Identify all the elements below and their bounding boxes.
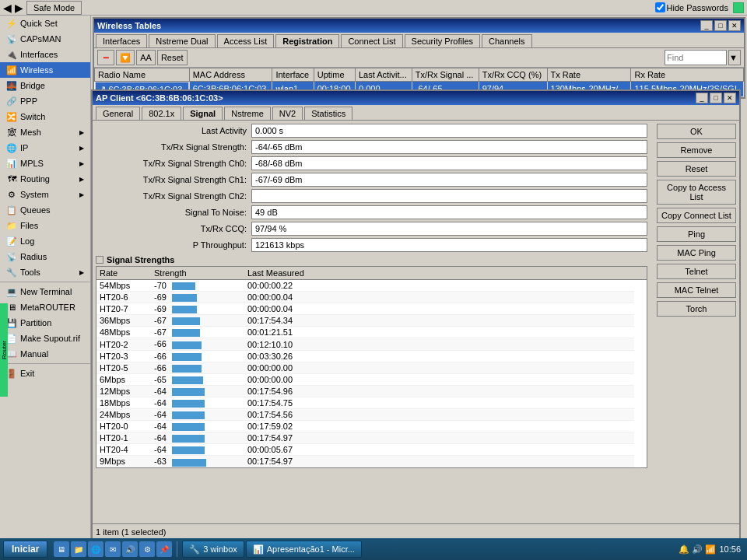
signal-table-row[interactable]: HT20-4 -64 00:00:05.67 bbox=[96, 444, 647, 456]
ap-tab-802-1x[interactable]: 802.1x bbox=[142, 107, 181, 120]
sidebar-item-wireless[interactable]: 📶 Wireless bbox=[0, 62, 90, 78]
telnet-button[interactable]: Telnet bbox=[657, 264, 736, 279]
sidebar-item-interfaces[interactable]: 🔌 Interfaces bbox=[0, 47, 90, 62]
ok-button[interactable]: OK bbox=[657, 124, 736, 139]
ap-tab-signal[interactable]: Signal bbox=[183, 107, 223, 120]
sidebar-item-exit[interactable]: 🚪 Exit bbox=[0, 366, 90, 381]
taskbar-icon-6[interactable]: ⚙ bbox=[139, 541, 155, 557]
sidebar-item-log[interactable]: 📝 Log bbox=[0, 233, 90, 249]
col-radio-name[interactable]: Radio Name bbox=[95, 68, 190, 82]
taskbar-divider bbox=[177, 541, 177, 557]
ping-button[interactable]: Ping bbox=[657, 226, 736, 242]
ap-tab-nstreme[interactable]: Nstreme bbox=[224, 107, 271, 120]
tab-interfaces[interactable]: Interfaces bbox=[96, 34, 147, 47]
signal-table-row[interactable]: 36Mbps -67 00:17:54.34 bbox=[96, 315, 647, 327]
col-tx-rate[interactable]: Tx Rate bbox=[547, 68, 631, 82]
taskbar-program-presentation[interactable]: 📊 Apresentação1 - Micr... bbox=[246, 541, 362, 558]
hide-passwords-checkbox[interactable] bbox=[655, 2, 665, 12]
taskbar-icon-1[interactable]: 🖥 bbox=[54, 541, 69, 557]
ap-tab-statistics[interactable]: Statistics bbox=[304, 107, 352, 120]
reset-button[interactable]: Reset bbox=[657, 161, 736, 177]
remove-button-wt[interactable]: − bbox=[97, 50, 114, 65]
mac-telnet-button[interactable]: MAC Telnet bbox=[657, 282, 736, 298]
sidebar-item-manual[interactable]: 📖 Manual bbox=[0, 346, 90, 362]
torch-button[interactable]: Torch bbox=[657, 301, 736, 317]
taskbar-icon-7[interactable]: 📌 bbox=[156, 541, 172, 557]
taskbar-icon-2[interactable]: 📁 bbox=[71, 541, 86, 557]
col-ccq[interactable]: Tx/Rx CCQ (%) bbox=[479, 68, 547, 82]
copy-connect-list-button[interactable]: Copy Connect List bbox=[657, 208, 736, 223]
copy-to-access-list-button[interactable]: Copy to Access List bbox=[657, 180, 736, 205]
col-rx-rate[interactable]: Rx Rate bbox=[631, 68, 744, 82]
sidebar-item-partition[interactable]: 💾 Partition bbox=[0, 315, 90, 331]
signal-table-row[interactable]: HT20-7 -69 00:00:00.04 bbox=[96, 303, 647, 315]
remove-button[interactable]: Remove bbox=[657, 142, 736, 158]
ap-tab-general[interactable]: General bbox=[96, 107, 140, 120]
sidebar-item-bridge[interactable]: 🌉 Bridge bbox=[0, 78, 90, 93]
signal-table-container[interactable]: Rate Strength Last Measured 54Mbps -70 0 bbox=[96, 266, 647, 468]
wireless-tables-tabs: Interfaces Nstreme Dual Access List Regi… bbox=[94, 33, 744, 48]
sidebar-item-mpls[interactable]: 📊 MPLS ▶ bbox=[0, 156, 90, 171]
sidebar-item-mesh[interactable]: 🕸 Mesh ▶ bbox=[0, 124, 90, 140]
signal-table-row[interactable]: HT20-1 -64 00:17:54.97 bbox=[96, 432, 647, 444]
sidebar-item-make-supout[interactable]: 📄 Make Supout.rif bbox=[0, 331, 90, 346]
sidebar-item-ppp[interactable]: 🔗 PPP bbox=[0, 93, 90, 109]
mac-ping-button[interactable]: MAC Ping bbox=[657, 245, 736, 261]
sidebar-item-radius[interactable]: 📡 Radius bbox=[0, 249, 90, 264]
search-input[interactable] bbox=[665, 50, 727, 65]
sidebar-item-switch[interactable]: 🔀 Switch bbox=[0, 109, 90, 124]
sidebar-item-metarouter[interactable]: 🖥 MetaROUTER bbox=[0, 299, 90, 315]
sig-cell-last: 00:00:00.22 bbox=[244, 280, 634, 292]
close-button[interactable]: ✕ bbox=[728, 20, 741, 31]
taskbar-icon-4[interactable]: ✉ bbox=[105, 541, 121, 557]
signal-table-row[interactable]: 48Mbps -67 00:01:21.51 bbox=[96, 327, 647, 338]
signal-table-row[interactable]: 24Mbps -64 00:17:54.56 bbox=[96, 409, 647, 421]
sidebar-item-ip[interactable]: 🌐 IP ▶ bbox=[0, 140, 90, 156]
aa-button[interactable]: AA bbox=[136, 50, 156, 65]
sidebar-item-routing[interactable]: 🗺 Routing ▶ bbox=[0, 171, 90, 187]
sidebar-item-capsman[interactable]: 📡 CAPsMAN bbox=[0, 31, 90, 47]
sidebar-item-files[interactable]: 📁 Files bbox=[0, 218, 90, 233]
sidebar-item-new-terminal[interactable]: 💻 New Terminal bbox=[0, 284, 90, 299]
signal-table-row[interactable]: HT20-3 -66 00:03:30.26 bbox=[96, 350, 647, 362]
ap-tab-nv2[interactable]: NV2 bbox=[272, 107, 303, 120]
col-uptime[interactable]: Uptime bbox=[314, 68, 355, 82]
col-last-activity[interactable]: Last Activit... bbox=[355, 68, 412, 82]
minimize-button[interactable]: _ bbox=[700, 20, 713, 31]
filter-button[interactable]: 🔽 bbox=[116, 50, 135, 65]
start-button[interactable]: Iniciar bbox=[3, 541, 47, 558]
safe-mode-button[interactable]: Safe Mode bbox=[26, 1, 82, 15]
col-signal[interactable]: Tx/Rx Signal ... bbox=[412, 68, 479, 82]
tab-nstreme-dual[interactable]: Nstreme Dual bbox=[149, 34, 215, 47]
sidebar-item-system[interactable]: ⚙ System ▶ bbox=[0, 187, 90, 202]
signal-table-row[interactable]: HT20-5 -66 00:00:00.00 bbox=[96, 362, 647, 373]
search-dropdown-button[interactable]: ▼ bbox=[728, 50, 741, 65]
signal-table-row[interactable]: 6Mbps -65 00:00:00.00 bbox=[96, 373, 647, 385]
quickset-icon: ⚡ bbox=[6, 18, 17, 29]
tab-connect-list[interactable]: Connect List bbox=[341, 34, 402, 47]
col-mac-address[interactable]: MAC Address bbox=[189, 68, 272, 82]
sidebar-item-quickset[interactable]: ⚡ Quick Set bbox=[0, 16, 90, 31]
ap-close-button[interactable]: ✕ bbox=[724, 93, 736, 103]
sidebar-item-queues[interactable]: 📋 Queues bbox=[0, 202, 90, 218]
signal-table-row[interactable]: HT20-2 -66 00:12:10.10 bbox=[96, 338, 647, 350]
signal-table-row[interactable]: HT20-0 -64 00:17:59.02 bbox=[96, 421, 647, 432]
taskbar-icon-3[interactable]: 🌐 bbox=[88, 541, 103, 557]
ap-maximize-button[interactable]: □ bbox=[710, 93, 722, 103]
sidebar-item-tools[interactable]: 🔧 Tools ▶ bbox=[0, 264, 90, 280]
reset-button-wt[interactable]: Reset bbox=[157, 50, 188, 65]
signal-table-row[interactable]: 54Mbps -70 00:00:00.22 bbox=[96, 280, 647, 292]
signal-table-row[interactable]: 18Mbps -64 00:17:54.75 bbox=[96, 397, 647, 408]
tab-access-list[interactable]: Access List bbox=[217, 34, 275, 47]
taskbar-icon-5[interactable]: 🔊 bbox=[122, 541, 138, 557]
signal-table-row[interactable]: 9Mbps -63 00:17:54.97 bbox=[96, 456, 647, 467]
tab-registration[interactable]: Registration bbox=[275, 34, 339, 47]
tab-security-profiles[interactable]: Security Profiles bbox=[405, 34, 480, 47]
taskbar-program-winbox[interactable]: 🔧 3 winbox bbox=[182, 541, 244, 558]
maximize-button[interactable]: □ bbox=[714, 20, 727, 31]
signal-table-row[interactable]: 12Mbps -64 00:17:54.96 bbox=[96, 385, 647, 397]
ap-minimize-button[interactable]: _ bbox=[696, 93, 708, 103]
tab-channels[interactable]: Channels bbox=[482, 34, 531, 47]
col-interface[interactable]: Interface bbox=[272, 68, 314, 82]
signal-table-row[interactable]: HT20-6 -69 00:00:00.04 bbox=[96, 292, 647, 303]
